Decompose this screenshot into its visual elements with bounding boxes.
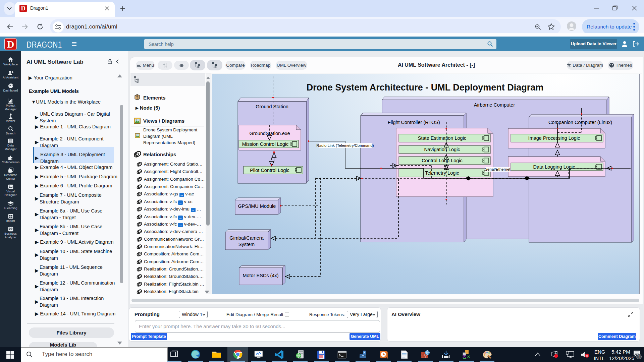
svg-text:Pilot Control Logic: Pilot Control Logic	[250, 168, 289, 173]
svg-text:Image Processing Logic: Image Processing Logic	[528, 135, 580, 141]
svg-text:System: System	[238, 242, 255, 247]
svg-text:Control Loop Logic: Control Loop Logic	[422, 158, 463, 163]
svg-text:State Estimation Logic: State Estimation Logic	[418, 135, 466, 141]
svg-text:GPS/IMU Module: GPS/IMU Module	[238, 203, 276, 209]
svg-text:Serial/Ethernet: Serial/Ethernet	[485, 167, 511, 171]
svg-text:Ground Station: Ground Station	[256, 104, 288, 109]
svg-text:Mission Control Logic: Mission Control Logic	[242, 141, 289, 147]
svg-text:Airborne Computer: Airborne Computer	[474, 102, 515, 108]
svg-text:Drone System Architecture - UM: Drone System Architecture - UML Deployme…	[307, 82, 544, 93]
svg-text:Telemetry Logic: Telemetry Logic	[425, 170, 459, 176]
svg-text:1: 1	[638, 355, 640, 359]
svg-text:Radio Link (Telemetry/Command): Radio Link (Telemetry/Command)	[316, 143, 374, 147]
svg-text:Data Logging Logic: Data Logging Logic	[533, 164, 575, 170]
svg-text:Gimbal/Camera: Gimbal/Camera	[229, 235, 264, 241]
svg-text:Flight Controller (RTOS): Flight Controller (RTOS)	[388, 120, 440, 125]
svg-text:Navigation Logic: Navigation Logic	[424, 147, 460, 152]
svg-text:Motor ESCs (4x): Motor ESCs (4x)	[243, 273, 278, 278]
svg-text:Companion Computer (Linux): Companion Computer (Linux)	[548, 120, 612, 125]
